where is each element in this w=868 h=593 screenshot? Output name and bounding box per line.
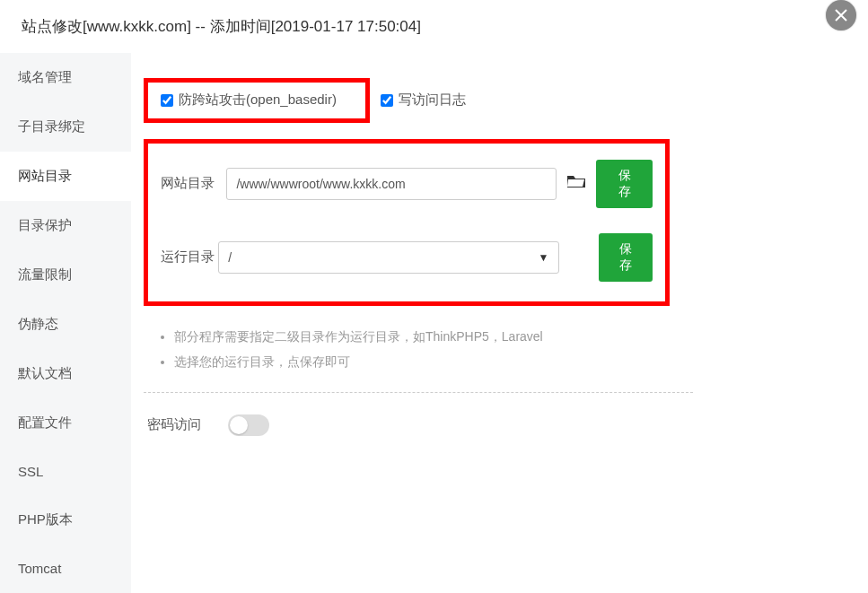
modal-container: 站点修改[www.kxkk.com] -- 添加时间[2019-01-17 17…	[0, 0, 844, 593]
sidebar-item-php-version[interactable]: PHP版本	[0, 495, 131, 545]
highlight-box-2: 网站目录 保存 运行目录 / ▼	[144, 139, 670, 306]
sidebar-item-label: 子目录绑定	[18, 118, 85, 134]
site-dir-input[interactable]	[226, 168, 557, 200]
run-dir-row: 运行目录 / ▼ 保存	[161, 233, 653, 282]
sidebar-item-traffic-limit[interactable]: 流量限制	[0, 250, 131, 300]
content-area: 防跨站攻击(open_basedir) 写访问日志 网站目录	[131, 53, 844, 593]
sidebar-item-default-doc[interactable]: 默认文档	[0, 349, 131, 398]
hint-item: 选择您的运行目录，点保存即可	[174, 349, 693, 374]
sidebar-item-domain-manage[interactable]: 域名管理	[0, 53, 131, 102]
sidebar-item-label: Tomcat	[18, 561, 61, 576]
checkbox-row: 防跨站攻击(open_basedir) 写访问日志	[144, 78, 831, 123]
open-basedir-checkbox-item: 防跨站攻击(open_basedir)	[161, 92, 337, 109]
sidebar-item-tomcat[interactable]: Tomcat	[0, 545, 131, 592]
folder-icon[interactable]	[567, 174, 585, 193]
hints-list: 部分程序需要指定二级目录作为运行目录，如ThinkPHP5，Laravel 选择…	[144, 324, 693, 393]
site-dir-label: 网站目录	[161, 175, 226, 192]
run-dir-save-button[interactable]: 保存	[599, 233, 653, 282]
run-dir-select[interactable]: /	[218, 241, 559, 274]
password-access-label: 密码访问	[147, 416, 228, 433]
sidebar-item-label: 配置文件	[18, 414, 72, 430]
highlight-box-1: 防跨站攻击(open_basedir)	[144, 78, 370, 123]
sidebar-item-config-file[interactable]: 配置文件	[0, 398, 131, 448]
sidebar-item-label: SSL	[18, 464, 43, 479]
sidebar-item-subdir-bind[interactable]: 子目录绑定	[0, 102, 131, 152]
sidebar-item-label: 流量限制	[18, 266, 72, 282]
open-basedir-checkbox[interactable]	[161, 94, 173, 107]
sidebar-item-label: 网站目录	[18, 168, 72, 183]
close-button[interactable]	[826, 0, 856, 31]
close-icon	[834, 8, 848, 22]
password-access-toggle[interactable]	[228, 414, 269, 436]
sidebar: 域名管理 子目录绑定 网站目录 目录保护 流量限制 伪静态 默认文档 配置文件 …	[0, 53, 131, 593]
access-log-checkbox-item: 写访问日志	[381, 92, 466, 109]
modal-title: 站点修改[www.kxkk.com] -- 添加时间[2019-01-17 17…	[0, 0, 844, 53]
site-dir-save-button[interactable]: 保存	[596, 160, 653, 208]
site-dir-row: 网站目录 保存	[161, 160, 653, 208]
sidebar-item-site-dir[interactable]: 网站目录	[0, 152, 131, 201]
hint-item: 部分程序需要指定二级目录作为运行目录，如ThinkPHP5，Laravel	[174, 324, 693, 349]
sidebar-item-rewrite[interactable]: 伪静态	[0, 300, 131, 349]
run-dir-select-wrapper: / ▼	[218, 241, 559, 274]
sidebar-item-ssl[interactable]: SSL	[0, 448, 131, 495]
access-log-label: 写访问日志	[399, 92, 466, 109]
open-basedir-label: 防跨站攻击(open_basedir)	[179, 92, 337, 109]
toggle-knob	[230, 416, 248, 434]
modal-body: 域名管理 子目录绑定 网站目录 目录保护 流量限制 伪静态 默认文档 配置文件 …	[0, 53, 844, 593]
sidebar-item-dir-protect[interactable]: 目录保护	[0, 201, 131, 250]
sidebar-item-label: 域名管理	[18, 69, 72, 84]
sidebar-item-label: PHP版本	[18, 511, 73, 527]
run-dir-label: 运行目录	[161, 249, 218, 266]
access-log-checkbox[interactable]	[381, 94, 393, 107]
password-access-row: 密码访问	[144, 414, 831, 436]
sidebar-item-label: 默认文档	[18, 365, 72, 380]
sidebar-item-label: 目录保护	[18, 217, 72, 232]
sidebar-item-label: 伪静态	[18, 316, 58, 331]
